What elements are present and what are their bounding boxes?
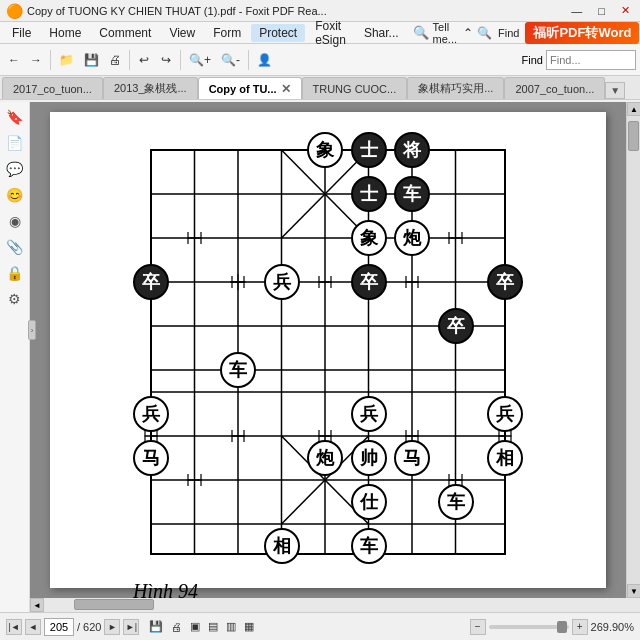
search-icon[interactable]: 🔍 <box>413 25 429 40</box>
scroll-up-button[interactable]: ▲ <box>627 102 640 116</box>
save-button[interactable]: 💾 <box>80 51 103 69</box>
piece-shi-1[interactable]: 士 <box>351 132 387 168</box>
emoji-icon[interactable]: 😊 <box>4 184 26 206</box>
tab-xiangqi[interactable]: 象棋精巧实用... <box>407 77 504 99</box>
tab-trung[interactable]: TRUNG CUOC... <box>302 77 408 99</box>
vertical-scrollbar[interactable]: ▲ ▼ <box>626 102 640 598</box>
zoom-thumb[interactable] <box>557 621 567 633</box>
title-text: Copy of TUONG KY CHIEN THUAT (1).pdf - F… <box>27 5 327 17</box>
find-toolbar-icon[interactable]: 🔍 <box>477 26 492 40</box>
find-input[interactable] <box>546 50 636 70</box>
zoom-out-toolbar-button[interactable]: 🔍- <box>217 51 244 69</box>
view-icon-3[interactable]: ▥ <box>226 620 236 633</box>
piece-pao-1[interactable]: 炮 <box>394 220 430 256</box>
print-button[interactable]: 🖨 <box>105 51 125 69</box>
app-icon: 🟠 <box>6 3 23 19</box>
settings-icon[interactable]: ⚙ <box>4 288 26 310</box>
bookmark-icon[interactable]: 🔖 <box>4 106 26 128</box>
redo-button[interactable]: ↪ <box>156 51 176 69</box>
back-button[interactable]: ← <box>4 51 24 69</box>
piece-zu-3[interactable]: 卒 <box>487 264 523 300</box>
view-icon-4[interactable]: ▦ <box>244 620 254 633</box>
piece-zu-2[interactable]: 卒 <box>351 264 387 300</box>
piece-bing-4[interactable]: 兵 <box>487 396 523 432</box>
tab-2007[interactable]: 2007_co_tuon... <box>504 77 605 99</box>
piece-pao-2[interactable]: 炮 <box>307 440 343 476</box>
print-status-icon: 🖨 <box>171 621 182 633</box>
tab-dropdown-button[interactable]: ▼ <box>605 82 625 99</box>
piece-bing-2[interactable]: 兵 <box>133 396 169 432</box>
zoom-in-toolbar-button[interactable]: 🔍+ <box>185 51 215 69</box>
piece-zu-1[interactable]: 卒 <box>133 264 169 300</box>
menu-file[interactable]: File <box>4 24 39 42</box>
status-bar: |◄ ◄ / 620 ► ►| 💾 🖨 ▣ ▤ ▥ ▦ − + 269.90% <box>0 612 640 640</box>
piece-xiang-top[interactable]: 象 <box>307 132 343 168</box>
h-scroll-track[interactable] <box>44 598 640 612</box>
piece-che-4[interactable]: 车 <box>351 528 387 564</box>
menu-home[interactable]: Home <box>41 24 89 42</box>
close-button[interactable]: ✕ <box>617 4 634 17</box>
menu-foxit-esign[interactable]: Foxit eSign <box>307 17 354 49</box>
scroll-left-button[interactable]: ◄ <box>30 598 44 612</box>
menu-form[interactable]: Form <box>205 24 249 42</box>
layers-icon[interactable]: ◉ <box>4 210 26 232</box>
title-bar-controls: — □ ✕ <box>567 4 634 17</box>
piece-bing-3[interactable]: 兵 <box>351 396 387 432</box>
zoom-in-button[interactable]: + <box>572 619 588 635</box>
tab-copy[interactable]: Copy of TU... ✕ <box>198 77 302 99</box>
menu-protect[interactable]: Protect <box>251 24 305 42</box>
next-page-button[interactable]: ► <box>104 619 120 635</box>
scroll-thumb[interactable] <box>628 121 639 151</box>
first-page-button[interactable]: |◄ <box>6 619 22 635</box>
left-panel-collapse[interactable]: › <box>28 320 36 340</box>
piece-shuai[interactable]: 帅 <box>351 440 387 476</box>
zoom-bar[interactable] <box>489 625 569 629</box>
user-button[interactable]: 👤 <box>253 51 276 69</box>
comments-icon[interactable]: 💬 <box>4 158 26 180</box>
search-area: Find <box>522 50 636 70</box>
scroll-track[interactable] <box>627 116 640 584</box>
piece-xiang-4[interactable]: 相 <box>264 528 300 564</box>
forward-button[interactable]: → <box>26 51 46 69</box>
piece-che-1[interactable]: 车 <box>394 176 430 212</box>
view-icon-2[interactable]: ▤ <box>208 620 218 633</box>
pages-icon[interactable]: 📄 <box>4 132 26 154</box>
scroll-down-button[interactable]: ▼ <box>627 584 640 598</box>
tab-2017[interactable]: 2017_co_tuon... <box>2 77 103 99</box>
piece-zu-4[interactable]: 卒 <box>438 308 474 344</box>
tabs-bar: 2017_co_tuon... 2013_象棋残... Copy of TU..… <box>0 76 640 100</box>
menu-view[interactable]: View <box>161 24 203 42</box>
foxit-convert-button[interactable]: 福昕PDF转Word <box>525 22 639 44</box>
maximize-button[interactable]: □ <box>594 5 609 17</box>
piece-che-3[interactable]: 车 <box>438 484 474 520</box>
piece-shi-3[interactable]: 仕 <box>351 484 387 520</box>
menu-comment[interactable]: Comment <box>91 24 159 42</box>
menu-share[interactable]: Shar... <box>356 24 407 42</box>
piece-jiang[interactable]: 将 <box>394 132 430 168</box>
piece-ma-1[interactable]: 马 <box>133 440 169 476</box>
zoom-out-button[interactable]: − <box>470 619 486 635</box>
lock-icon[interactable]: 🔒 <box>4 262 26 284</box>
pdf-page: 象 士 将 士 车 象 炮 卒 兵 卒 卒 <box>50 112 606 588</box>
find-text-label: Find <box>522 54 543 66</box>
toolbar: ← → 📁 💾 🖨 ↩ ↪ 🔍+ 🔍- 👤 Find <box>0 44 640 76</box>
view-icon-1[interactable]: ▣ <box>190 620 200 633</box>
piece-bing-1[interactable]: 兵 <box>264 264 300 300</box>
piece-xiang-2[interactable]: 象 <box>351 220 387 256</box>
prev-page-button[interactable]: ◄ <box>25 619 41 635</box>
tab-2013[interactable]: 2013_象棋残... <box>103 77 198 99</box>
h-scroll-thumb[interactable] <box>74 599 154 610</box>
horizontal-scrollbar[interactable]: ◄ ► <box>30 598 640 612</box>
page-number-input[interactable] <box>44 618 74 636</box>
tab-copy-close[interactable]: ✕ <box>281 82 291 96</box>
undo-button[interactable]: ↩ <box>134 51 154 69</box>
minimize-button[interactable]: — <box>567 5 586 17</box>
piece-che-2[interactable]: 车 <box>220 352 256 388</box>
piece-shi-2[interactable]: 士 <box>351 176 387 212</box>
piece-ma-2[interactable]: 马 <box>394 440 430 476</box>
attachment-icon[interactable]: 📎 <box>4 236 26 258</box>
last-page-button[interactable]: ►| <box>123 619 139 635</box>
open-button[interactable]: 📁 <box>55 51 78 69</box>
piece-xiang-3[interactable]: 相 <box>487 440 523 476</box>
collapse-ribbon-icon[interactable]: ⌃ <box>463 26 473 40</box>
